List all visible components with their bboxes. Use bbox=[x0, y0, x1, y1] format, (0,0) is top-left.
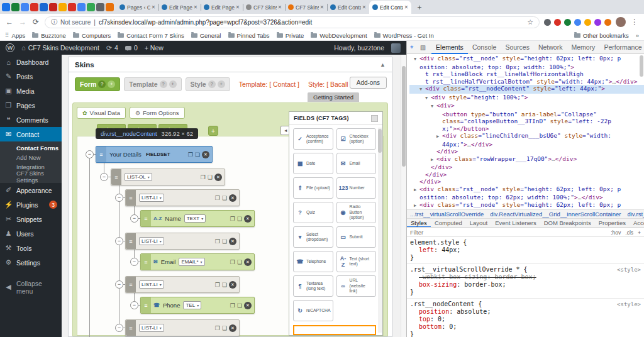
help-badge-icon[interactable]: ? bbox=[208, 80, 216, 88]
sidebar-item[interactable]: ♟ Users bbox=[0, 226, 62, 241]
new-content-menu[interactable]: + New bbox=[145, 44, 164, 52]
omnibox[interactable]: ⓘ Not secure | cf7skinsdev.local/wp-admi… bbox=[45, 16, 540, 28]
field-tag-button[interactable]: ◉ Radio Button (option) bbox=[336, 202, 376, 223]
styles-pane-tab[interactable]: Accessibility bbox=[630, 218, 644, 228]
devtools-tab[interactable]: Console bbox=[468, 41, 501, 54]
tag-select[interactable]: TEXT▾ bbox=[184, 214, 206, 223]
add-badge-icon[interactable]: + bbox=[218, 80, 225, 88]
hov-toggle[interactable]: :hov bbox=[611, 229, 621, 236]
duplicate-icon[interactable]: ❏ bbox=[237, 302, 242, 309]
sidebar-item[interactable]: ✐ Appearance bbox=[0, 183, 62, 197]
field-tag-button[interactable]: A-Z Text (short text) bbox=[336, 251, 376, 272]
sidebar-item[interactable]: ⚙ Settings bbox=[0, 255, 62, 270]
help-badge-icon[interactable]: ? bbox=[160, 80, 167, 88]
copy-icon[interactable]: ❐ bbox=[230, 259, 235, 265]
device-toolbar-icon[interactable]: ▥ bbox=[417, 44, 429, 51]
field-tag-button[interactable]: ∞ URL (website link) bbox=[336, 275, 376, 297]
styles-pane-tab[interactable]: Styles bbox=[407, 218, 431, 228]
tag-select[interactable]: EMAIL*▾ bbox=[179, 258, 204, 266]
tag-select[interactable]: LIST-LI▾ bbox=[139, 324, 164, 332]
pinned-tab-icon[interactable] bbox=[40, 3, 48, 11]
drag-handle-icon[interactable]: ≡ bbox=[126, 190, 136, 206]
bookmark-folder[interactable]: WordPress - Get In bbox=[374, 32, 434, 39]
reload-icon[interactable]: ⟳ bbox=[31, 18, 40, 26]
duplicate-icon[interactable]: ❏ bbox=[237, 259, 242, 265]
field-tag-button[interactable]: ▦ Date bbox=[293, 153, 333, 174]
extension-icon[interactable] bbox=[604, 19, 611, 26]
bookmark-folder[interactable]: Contact Form 7 Skins bbox=[118, 32, 184, 39]
duplicate-icon[interactable]: ❏ bbox=[222, 282, 227, 288]
add-badge-icon[interactable]: + bbox=[108, 80, 115, 88]
tree-node-email-field[interactable]: ≡ ✉ Email EMAIL*▾ ❐ ❏ ✕ bbox=[140, 253, 255, 270]
sidebar-item[interactable]: ❝ Comments bbox=[0, 113, 62, 127]
bookmark-folder[interactable]: Buzztone bbox=[32, 32, 66, 39]
extension-icon[interactable] bbox=[594, 19, 601, 26]
collapse-node-icon[interactable]: − bbox=[130, 258, 138, 266]
dom-breadcrumb[interactable]: div.rst__node bbox=[627, 211, 644, 218]
profile-avatar[interactable] bbox=[616, 17, 626, 27]
elements-dom-tree[interactable]: ▼<div class="rst__node" style="height: 6… bbox=[407, 54, 644, 209]
sidebar-item[interactable]: ✉ Contact bbox=[0, 127, 62, 141]
dom-breadcrumb[interactable]: ...trst__virtualScrollOverride bbox=[410, 211, 484, 218]
styles-pane-tab[interactable]: Computed bbox=[431, 218, 466, 228]
devtools-tab[interactable]: Sources bbox=[501, 41, 534, 54]
tag-select[interactable]: TEL▾ bbox=[183, 301, 201, 309]
collapse-node-icon[interactable]: − bbox=[115, 237, 123, 245]
sidebar-item[interactable]: ⌂ Dashboard bbox=[0, 55, 62, 69]
inspect-element-icon[interactable]: ⌖ bbox=[407, 43, 417, 51]
template-mode-button[interactable]: Template ? + bbox=[124, 77, 181, 91]
collapse-menu-button[interactable]: ◀ Collapse menu bbox=[0, 280, 62, 294]
bookmark-folder[interactable]: Computers bbox=[73, 32, 111, 39]
browser-tab[interactable]: Pages ‹ CF7 Skins T ✕ bbox=[116, 1, 158, 14]
new-style-rule-icon[interactable]: + bbox=[638, 229, 641, 236]
browser-tab[interactable]: Edit Page ‹ CF7 Skin ✕ bbox=[158, 1, 201, 14]
duplicate-icon[interactable]: ❏ bbox=[208, 174, 213, 180]
pinned-tab-icon[interactable] bbox=[58, 3, 67, 11]
collapse-node-icon[interactable]: − bbox=[115, 324, 123, 332]
bookmarks-overflow-icon[interactable]: » bbox=[636, 32, 639, 39]
tree-node-list-li[interactable]: ≡ LIST-LI▾ ❐ ❏ ✕ bbox=[125, 233, 240, 250]
submenu-item[interactable]: Contact Forms bbox=[0, 143, 62, 153]
collapse-node-icon[interactable]: − bbox=[130, 214, 138, 223]
sidebar-item[interactable]: ⚡ Plugins 3 bbox=[0, 197, 62, 212]
delete-icon[interactable]: ✕ bbox=[202, 151, 209, 158]
field-tag-button[interactable]: ⇑ File (upload) bbox=[293, 177, 333, 199]
copy-icon[interactable]: ❐ bbox=[230, 302, 235, 309]
bookmark-folder[interactable]: Private bbox=[277, 32, 304, 39]
url-text[interactable]: cf7skinsdev.local/wp-admin/admin.php?pag… bbox=[99, 19, 524, 26]
user-avatar[interactable] bbox=[391, 43, 401, 53]
forward-icon[interactable]: → bbox=[18, 18, 27, 26]
wordpress-logo-icon[interactable]: W bbox=[6, 43, 14, 52]
drag-handle-icon[interactable]: ≡ bbox=[126, 320, 136, 336]
tree-node-list-ol[interactable]: ≡ LIST-OL▾ ❐ ❏ ✕ bbox=[111, 168, 225, 185]
extension-icon[interactable] bbox=[554, 19, 561, 26]
bookmark-folder[interactable]: General bbox=[191, 32, 221, 39]
delete-icon[interactable]: ✕ bbox=[214, 174, 222, 181]
metabox-toggle-icon[interactable]: ▲ bbox=[380, 62, 386, 68]
field-tag-button[interactable]: 123 Number bbox=[336, 177, 376, 199]
collapse-node-icon[interactable]: − bbox=[86, 150, 94, 158]
sidebar-item[interactable]: ❐ Pages bbox=[0, 98, 62, 113]
drag-handle-icon[interactable]: ≡ bbox=[126, 233, 136, 249]
tree-node-list-li[interactable]: ≡ LIST-LI▾ ❐ ❏ ✕ bbox=[125, 319, 240, 336]
duplicate-icon[interactable]: ❏ bbox=[222, 325, 227, 331]
duplicate-icon[interactable]: ❏ bbox=[237, 216, 242, 222]
browser-tab[interactable]: Edit Page ‹ CF7 Ski ✕ bbox=[201, 1, 243, 14]
extension-icon[interactable] bbox=[544, 19, 551, 26]
field-tag-button[interactable]: ✉ Email bbox=[336, 153, 376, 174]
bookmark-folder[interactable]: WebDevelopment bbox=[311, 32, 367, 39]
tab-close-icon[interactable]: ✕ bbox=[362, 4, 366, 10]
field-tag-button[interactable]: ? Quiz bbox=[293, 202, 333, 223]
dom-scrollbar[interactable] bbox=[640, 55, 643, 208]
field-tag-button[interactable]: ¶ Textarea (long text) bbox=[293, 275, 333, 297]
tag-select[interactable]: LIST-LI▾ bbox=[139, 194, 164, 202]
tree-node-fieldset[interactable]: ≡ Your Details FIELDSET ❐ ❏ ✕ bbox=[96, 146, 213, 163]
tab-close-icon[interactable]: ✕ bbox=[320, 4, 324, 10]
tree-node-text-field[interactable]: ≡ A-Z Name TEXT▾ ❐ ❏ ✕ bbox=[140, 210, 255, 227]
drag-handle-icon[interactable]: ≡ bbox=[126, 277, 136, 292]
pinned-tab-icon[interactable] bbox=[96, 3, 104, 11]
tree-node-list-li[interactable]: ≡ LIST-LI▾ ❐ ❏ ✕ bbox=[125, 189, 240, 206]
drag-handle-icon[interactable]: ≡ bbox=[141, 297, 151, 313]
tab-close-icon[interactable]: ✕ bbox=[152, 4, 155, 10]
browser-tab[interactable]: Edit Contact Form ‹ ✕ bbox=[327, 1, 369, 14]
